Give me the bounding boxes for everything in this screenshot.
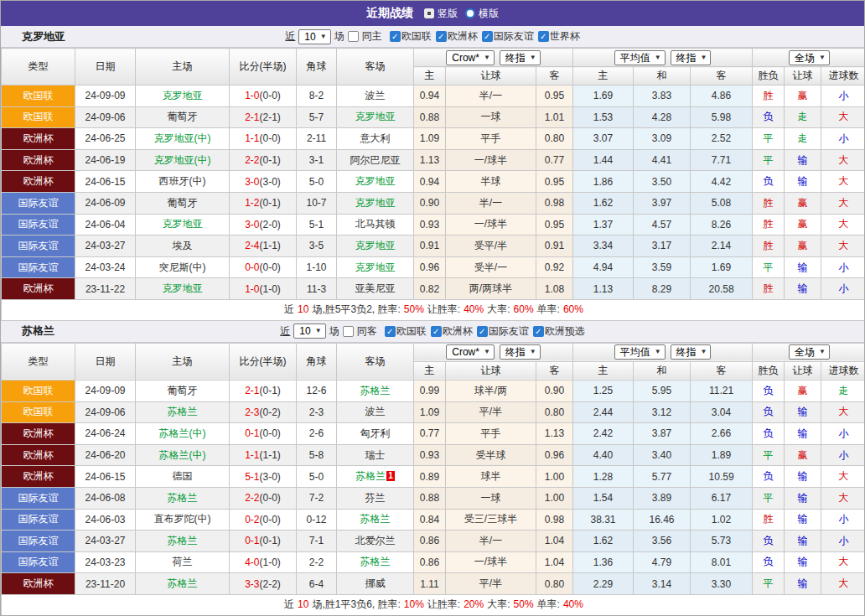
score-cell: 3-0(2-0) — [230, 214, 297, 236]
result-goals-cell: 小 — [821, 531, 865, 552]
summary-segment: 场,胜5平3负2, 胜率: — [312, 303, 400, 315]
result-handicap-cell: 输 — [785, 149, 821, 171]
odds-stage-select[interactable]: 终指▼ — [500, 344, 541, 360]
radio-selected-icon[interactable] — [424, 8, 434, 18]
result-handicap-cell: 输 — [785, 509, 821, 531]
summary-segment: 近 — [284, 303, 294, 315]
odds-stage-select[interactable]: 终指▼ — [500, 50, 541, 65]
competition-checkbox[interactable]: ✓欧洲杯 — [431, 324, 473, 339]
result-goals-cell: 大 — [821, 106, 865, 128]
summary-segment: 20% — [464, 598, 484, 610]
bookmaker-select[interactable]: Crow*▼ — [446, 50, 495, 65]
table-header: 类型 日期 主场 比分(半场) 角球 客场 Crow*▼ 终指▼ 平均值 — [2, 343, 865, 380]
competition-label: 欧洲杯 — [443, 324, 473, 339]
match-row: 国际友谊24-06-04克罗地亚3-0(2-0)5-1北马其顿0.93一/球半0… — [2, 214, 865, 236]
bookmaker-odds-cell: 0.82 — [414, 278, 446, 300]
corner-cell: 5-1 — [297, 214, 337, 236]
average-odds-cell: 1.28 — [573, 466, 634, 488]
date-cell: 24-09-09 — [75, 85, 136, 107]
date-cell: 23-11-20 — [75, 573, 136, 595]
average-odds-cell: 4.57 — [634, 214, 691, 236]
radio-unselected-icon[interactable] — [465, 8, 475, 18]
home-team-name: 克罗地亚(中) — [154, 132, 211, 144]
checkbox-checked-icon[interactable]: ✓ — [385, 326, 396, 337]
competition-checkbox[interactable]: ✓欧洲杯 — [436, 29, 478, 44]
result-wdl-cell: 胜 — [753, 236, 785, 257]
corner-cell: 5-0 — [297, 171, 337, 193]
bookmaker-odds-cell: 平/半 — [446, 573, 536, 595]
checkbox-checked-icon[interactable]: ✓ — [477, 326, 488, 337]
fulltime-score: 2-1 — [245, 111, 259, 123]
result-wdl-cell: 负 — [753, 106, 785, 128]
col-type: 类型 — [2, 343, 75, 380]
home-team-cell: 直布罗陀(中) — [136, 509, 230, 531]
bookmaker-odds-cell: 1.04 — [536, 551, 573, 573]
chevron-down-icon: ▼ — [320, 31, 327, 43]
away-team-cell: 苏格兰1 — [337, 466, 414, 488]
average-select[interactable]: 平均值▼ — [614, 50, 666, 65]
odds-stage-select2[interactable]: 终指▼ — [671, 344, 712, 360]
match-row: 欧国联24-09-06葡萄牙2-1(2-1)5-7克罗地亚0.88一球1.011… — [2, 106, 865, 128]
date-cell: 24-06-24 — [75, 423, 136, 445]
home-team-cell: 突尼斯(中) — [136, 256, 230, 278]
full-match-select[interactable]: 全场▼ — [789, 344, 830, 360]
away-team-name: 克罗地亚 — [355, 240, 396, 251]
competition-checkbox[interactable]: ✓国际友谊 — [477, 324, 529, 339]
layout-radio-horizontal[interactable]: 横版 — [465, 7, 499, 21]
corner-cell: 5-8 — [297, 444, 337, 466]
competition-type-cell: 欧国联 — [2, 380, 75, 401]
competition-checkbox[interactable]: ✓欧国联 — [390, 29, 432, 44]
corner-cell: 7-1 — [297, 531, 337, 552]
competition-checkbox[interactable]: ✓欧国联 — [385, 324, 427, 339]
same-venue-label: 同主 — [362, 29, 382, 44]
competition-checkbox[interactable]: ✓国际友谊 — [482, 29, 534, 44]
corner-cell: 2-11 — [297, 128, 337, 150]
competition-checkbox[interactable]: ✓世界杯 — [538, 29, 580, 44]
result-goals-cell: 大 — [821, 214, 865, 236]
competition-checkbox[interactable]: ✓欧洲预选 — [533, 324, 585, 339]
near-link[interactable]: 近 — [285, 29, 295, 44]
checkbox-checked-icon[interactable]: ✓ — [431, 326, 442, 337]
competition-type-cell: 欧洲杯 — [2, 423, 75, 445]
halftime-score: (1-1) — [260, 449, 281, 461]
same-venue-checkbox[interactable] — [348, 31, 359, 42]
odds-stage-select2[interactable]: 终指▼ — [671, 50, 712, 65]
score-cell: 0-1(0-1) — [230, 531, 297, 552]
fulltime-score: 3-0 — [245, 219, 259, 230]
match-count-select[interactable]: 10 ▼ — [293, 324, 325, 339]
average-select[interactable]: 平均值▼ — [614, 344, 666, 360]
home-team-cell: 苏格兰 — [136, 401, 230, 423]
match-count-select[interactable]: 10 ▼ — [298, 29, 330, 44]
bookmaker-odds-cell: 球半/两 — [446, 380, 536, 401]
result-wdl-cell: 负 — [753, 423, 785, 445]
halftime-score: (0-0) — [260, 261, 281, 273]
checkbox-checked-icon[interactable]: ✓ — [533, 326, 544, 337]
average-odds-cell: 4.41 — [634, 149, 691, 171]
match-row: 欧国联24-09-06苏格兰2-3(0-2)2-3波兰1.09平/半0.802.… — [2, 401, 865, 423]
fulltime-score: 0-1 — [245, 427, 259, 439]
result-wdl-cell: 胜 — [753, 192, 785, 214]
bookmaker-odds-cell: 半/一 — [446, 192, 536, 214]
col-home: 主场 — [136, 49, 230, 85]
date-cell: 24-09-06 — [75, 401, 136, 423]
result-goals-cell: 大 — [821, 466, 865, 488]
layout-radio-vertical[interactable]: 竖版 — [424, 7, 458, 21]
fulltime-score: 1-0 — [245, 283, 259, 295]
result-wdl-cell: 负 — [753, 380, 785, 401]
corner-cell: 3-5 — [297, 236, 337, 257]
checkbox-checked-icon[interactable]: ✓ — [482, 31, 493, 42]
away-team-name: 克罗地亚 — [355, 175, 396, 187]
average-odds-cell: 4.40 — [573, 444, 634, 466]
match-row: 国际友谊24-03-24突尼斯(中)0-0(0-0)1-10克罗地亚0.96受半… — [2, 256, 865, 278]
checkbox-checked-icon[interactable]: ✓ — [390, 31, 401, 42]
col-date: 日期 — [75, 49, 136, 85]
same-venue-checkbox[interactable] — [343, 326, 354, 337]
checkbox-checked-icon[interactable]: ✓ — [436, 31, 447, 42]
full-match-select[interactable]: 全场▼ — [789, 50, 830, 65]
near-link[interactable]: 近 — [280, 324, 290, 339]
bookmaker-odds-cell: 球半 — [446, 466, 536, 488]
result-wdl-cell: 平 — [753, 149, 785, 171]
bookmaker-select[interactable]: Crow*▼ — [446, 344, 495, 360]
checkbox-checked-icon[interactable]: ✓ — [538, 31, 549, 42]
average-odds-cell: 16.46 — [634, 509, 691, 531]
